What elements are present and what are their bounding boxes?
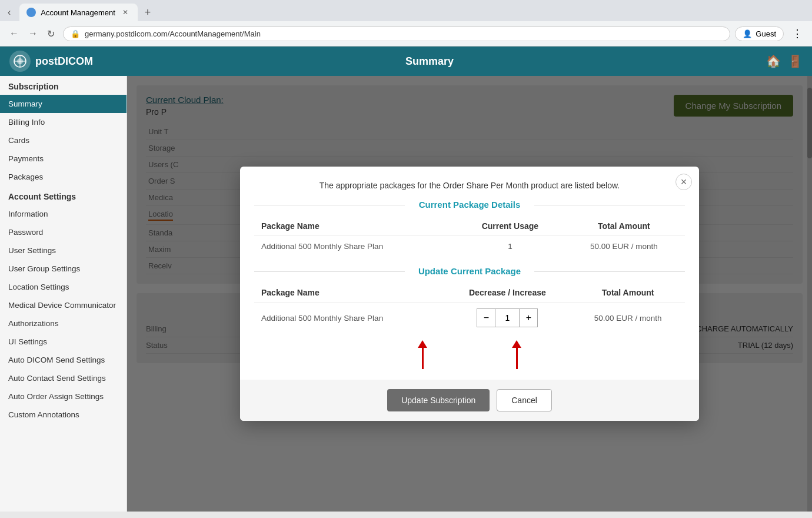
left-arrow [418,340,427,369]
left-arrow-head [418,340,427,348]
forward-btn[interactable]: → [25,26,41,42]
sidebar-item-information[interactable]: Information [0,205,127,223]
sidebar-item-location-settings[interactable]: Location Settings [0,278,127,296]
sidebar-item-medical-device[interactable]: Medical Device Communicator [0,296,127,314]
update-package-table: Package Name Decrease / Increase Total A… [254,283,685,333]
sidebar-item-payments[interactable]: Payments [0,150,127,168]
sidebar-section-account: Account Settings [0,186,127,205]
top-nav: postDICOM Summary 🏠 🚪 [0,47,812,76]
tab-close-btn[interactable]: ✕ [120,7,131,18]
update-subscription-btn[interactable]: Update Subscription [387,389,490,411]
col-header-update-package-name: Package Name [254,283,444,303]
sidebar-item-custom-annotations[interactable]: Custom Annotations [0,406,127,424]
right-arrow-head [512,340,521,348]
sidebar-item-user-settings[interactable]: User Settings [0,241,127,260]
current-package-amount: 50.00 EUR / month [563,236,685,257]
arrows-container [254,338,685,370]
current-package-usage: 1 [457,236,563,257]
col-header-total-amount-1: Total Amount [563,217,685,236]
right-arrow [512,340,521,369]
sidebar-item-packages[interactable]: Packages [0,168,127,186]
active-tab[interactable]: Account Management ✕ [19,4,137,21]
cancel-btn[interactable]: Cancel [497,389,552,411]
sidebar-item-user-group-settings[interactable]: User Group Settings [0,260,127,278]
sidebar-item-ui-settings[interactable]: UI Settings [0,333,127,351]
update-package-section-title: Update Current Package [254,266,685,276]
logo-icon [9,51,31,72]
sidebar-item-summary[interactable]: Summary [0,95,127,113]
modal-intro-text: The appropriate packages for the Order S… [254,181,685,190]
sidebar: Subscription Summary Billing Info Cards … [0,76,127,512]
refresh-btn[interactable]: ↻ [44,26,58,42]
sidebar-section-subscription: Subscription [0,76,127,95]
home-icon[interactable]: 🏠 [766,54,781,68]
decrease-btn[interactable]: − [477,308,495,327]
url-input[interactable] [85,29,723,38]
sidebar-item-auto-dicom[interactable]: Auto DICOM Send Settings [0,351,127,369]
sidebar-item-auto-contact[interactable]: Auto Contact Send Settings [0,369,127,387]
modal-close-btn[interactable]: × [675,174,692,190]
url-bar[interactable]: 🔒 [63,26,730,41]
sidebar-item-authorizations[interactable]: Authorizations [0,314,127,333]
modal-footer: Update Subscription Cancel [240,380,699,421]
sidebar-item-cards[interactable]: Cards [0,131,127,150]
content-area: Current Cloud Plan: Pro P Change My Subs… [127,76,812,512]
col-header-package-name: Package Name [254,217,457,236]
logo-text: postDICOM [35,55,93,68]
nav-title: Summary [93,55,766,68]
increase-btn[interactable]: + [519,308,538,327]
col-header-current-usage: Current Usage [457,217,563,236]
col-header-total-amount-2: Total Amount [571,283,685,303]
new-tab-btn[interactable]: + [140,5,156,20]
sidebar-item-password[interactable]: Password [0,223,127,241]
update-package-name: Additional 500 Monthly Share Plan [254,303,444,334]
tab-favicon [26,8,36,17]
main-layout: Subscription Summary Billing Info Cards … [0,76,812,512]
stepper-cell: − + [444,303,571,334]
modal: × The appropriate packages for the Order… [240,167,699,421]
sidebar-item-billing-info[interactable]: Billing Info [0,113,127,131]
left-arrow-shaft [422,348,424,369]
modal-overlay: × The appropriate packages for the Order… [127,76,812,512]
guest-icon: 👤 [743,29,752,38]
nav-icons: 🏠 🚪 [766,54,803,68]
nav-buttons: ← → ↻ [6,26,58,42]
tab-bar: ‹ Account Management ✕ + [0,0,812,21]
back-btn[interactable]: ← [6,26,22,42]
current-package-section-title: Current Package Details [254,200,685,210]
update-package-row: Additional 500 Monthly Share Plan − + 50… [254,303,685,334]
lock-icon: 🔒 [71,29,80,38]
current-package-name: Additional 500 Monthly Share Plan [254,236,457,257]
logout-icon[interactable]: 🚪 [788,54,803,68]
sidebar-item-auto-order-assign[interactable]: Auto Order Assign Settings [0,387,127,406]
col-header-decrease-increase: Decrease / Increase [444,283,571,303]
stepper-input[interactable] [495,308,519,327]
tab-navigation: ‹ [5,6,14,19]
logo-area: postDICOM [9,51,93,72]
current-package-row: Additional 500 Monthly Share Plan 1 50.0… [254,236,685,257]
guest-button[interactable]: 👤 Guest [735,26,784,41]
tab-title: Account Management [41,8,115,17]
quantity-stepper: − + [451,308,564,327]
app-container: postDICOM Summary 🏠 🚪 Subscription Summa… [0,47,812,512]
more-options-btn[interactable]: ⋮ [788,25,806,42]
tab-back-btn[interactable]: ‹ [5,6,14,19]
address-bar: ← → ↻ 🔒 👤 Guest ⋮ [0,21,812,46]
guest-label: Guest [756,29,776,38]
current-package-table: Package Name Current Usage Total Amount … [254,217,685,257]
update-package-amount: 50.00 EUR / month [571,303,685,334]
right-arrow-shaft [516,348,518,369]
browser-chrome: ‹ Account Management ✕ + ← → ↻ 🔒 👤 Guest… [0,0,812,47]
